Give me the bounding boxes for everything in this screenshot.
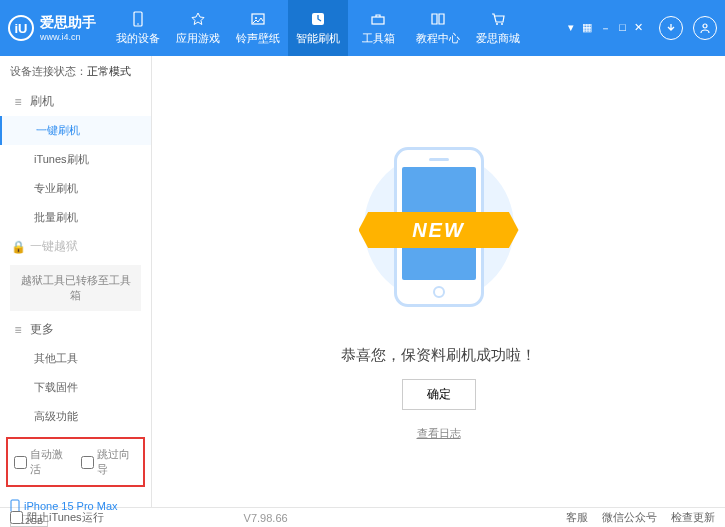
section-more[interactable]: ≡更多	[0, 315, 151, 344]
image-icon	[249, 10, 267, 28]
window-controls: ▾ ▦ － □ ✕	[566, 19, 645, 38]
logo-icon: iU	[8, 15, 34, 41]
lock-icon: 🔒	[12, 240, 24, 254]
top-nav: 我的设备 应用游戏 铃声壁纸 智能刷机 工具箱 教程中心 爱思商城	[108, 0, 528, 56]
nav-apps[interactable]: 应用游戏	[168, 0, 228, 56]
app-title: 爱思助手	[40, 14, 96, 32]
svg-point-7	[501, 23, 503, 25]
sidebar-item-itunes-flash[interactable]: iTunes刷机	[0, 145, 151, 174]
svg-point-6	[496, 23, 498, 25]
app-url: www.i4.cn	[40, 32, 96, 42]
minimize-icon[interactable]: －	[598, 19, 613, 38]
svg-point-1	[137, 23, 139, 25]
toolbox-icon	[369, 10, 387, 28]
sidebar-item-pro-flash[interactable]: 专业刷机	[0, 174, 151, 203]
sidebar-item-other-tools[interactable]: 其他工具	[0, 344, 151, 373]
flash-icon	[309, 10, 327, 28]
nav-store[interactable]: 爱思商城	[468, 0, 528, 56]
footer-link-support[interactable]: 客服	[566, 510, 588, 525]
section-flash[interactable]: ≡刷机	[0, 87, 151, 116]
connection-status: 设备连接状态：正常模式	[0, 56, 151, 87]
device-icon	[129, 10, 147, 28]
view-log-link[interactable]: 查看日志	[417, 426, 461, 441]
jailbreak-note: 越狱工具已转移至工具箱	[10, 265, 141, 311]
nav-tutorials[interactable]: 教程中心	[408, 0, 468, 56]
nav-ringtones[interactable]: 铃声壁纸	[228, 0, 288, 56]
ok-button[interactable]: 确定	[402, 379, 476, 410]
sidebar-item-advanced[interactable]: 高级功能	[0, 402, 151, 431]
section-jailbreak[interactable]: 🔒一键越狱	[0, 232, 151, 261]
close-icon[interactable]: ✕	[632, 19, 645, 38]
cart-icon	[489, 10, 507, 28]
download-button[interactable]	[659, 16, 683, 40]
checkbox-auto-activate[interactable]: 自动激活	[14, 447, 71, 477]
svg-point-3	[255, 17, 257, 19]
list-icon: ≡	[12, 323, 24, 337]
sidebar-item-oneclick-flash[interactable]: 一键刷机	[0, 116, 151, 145]
success-message: 恭喜您，保资料刷机成功啦！	[341, 346, 536, 365]
nav-flash[interactable]: 智能刷机	[288, 0, 348, 56]
maximize-icon[interactable]: □	[617, 19, 628, 38]
footer-link-update[interactable]: 检查更新	[671, 510, 715, 525]
checkbox-skip-setup[interactable]: 跳过向导	[81, 447, 138, 477]
sidebar: 设备连接状态：正常模式 ≡刷机 一键刷机 iTunes刷机 专业刷机 批量刷机 …	[0, 56, 152, 507]
list-icon: ≡	[12, 95, 24, 109]
book-icon	[429, 10, 447, 28]
menu-icon[interactable]: ▾	[566, 19, 576, 38]
sidebar-item-download-firmware[interactable]: 下载固件	[0, 373, 151, 402]
options-box: 自动激活 跳过向导	[6, 437, 145, 487]
apps-icon	[189, 10, 207, 28]
skin-icon[interactable]: ▦	[580, 19, 594, 38]
sidebar-item-batch-flash[interactable]: 批量刷机	[0, 203, 151, 232]
version-label: V7.98.66	[244, 512, 288, 524]
nav-toolbox[interactable]: 工具箱	[348, 0, 408, 56]
footer-link-wechat[interactable]: 微信公众号	[602, 510, 657, 525]
app-header: iU 爱思助手 www.i4.cn 我的设备 应用游戏 铃声壁纸 智能刷机 工具…	[0, 0, 725, 56]
new-ribbon: NEW	[359, 212, 519, 248]
logo-area: iU 爱思助手 www.i4.cn	[8, 14, 108, 42]
main-content: NEW 恭喜您，保资料刷机成功啦！ 确定 查看日志	[152, 56, 725, 507]
success-illustration: NEW	[374, 142, 504, 322]
header-right: ▾ ▦ － □ ✕	[566, 16, 717, 40]
svg-rect-5	[372, 17, 384, 24]
user-button[interactable]	[693, 16, 717, 40]
checkbox-block-itunes[interactable]: 阻止iTunes运行	[10, 510, 104, 525]
nav-my-device[interactable]: 我的设备	[108, 0, 168, 56]
svg-point-8	[703, 24, 707, 28]
